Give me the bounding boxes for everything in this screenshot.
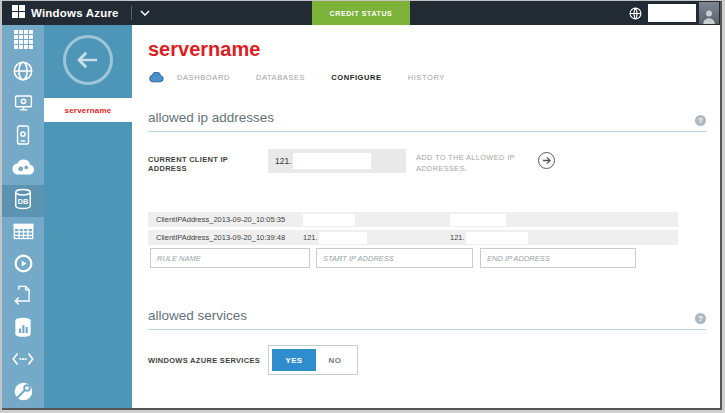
start-ip-value: 121.: [303, 233, 318, 242]
portal-body: DB: [2, 25, 720, 408]
table-row[interactable]: ClientIPAddress_2013-09-20_10:39:48 121.…: [148, 230, 678, 245]
start-ip-input[interactable]: [316, 248, 473, 268]
current-ip-value-box: 121.: [268, 149, 406, 173]
play-circle-icon: [13, 253, 34, 278]
redaction-box: [648, 4, 696, 22]
database-icon: DB: [13, 188, 33, 214]
cloud-gears-icon: [11, 159, 35, 179]
help-icon[interactable]: ?: [695, 115, 706, 126]
help-icon[interactable]: ?: [695, 313, 706, 324]
end-ip-input[interactable]: [480, 248, 636, 268]
add-ip-button[interactable]: [538, 152, 555, 169]
tab-configure[interactable]: CONFIGURE: [331, 73, 381, 82]
sidebar-item-networks[interactable]: [2, 377, 44, 409]
monitor-icon: [13, 93, 34, 117]
start-ip-cell: 121.: [303, 232, 450, 244]
current-ip-row: CURRENT CLIENT IP ADDRESS 121. ADD TO TH…: [148, 149, 706, 174]
redaction-box: [319, 232, 367, 244]
resource-nav-panel: servername: [44, 25, 132, 408]
nav-item-label: servername: [65, 106, 112, 115]
end-ip-cell: 121.: [450, 232, 678, 244]
rule-name-input[interactable]: [150, 248, 310, 268]
page-title: servername: [148, 38, 706, 61]
sidebar-item-media-services[interactable]: [2, 249, 44, 281]
code-brackets-icon: [12, 352, 34, 370]
service-icon-sidebar: DB: [2, 25, 44, 408]
language-globe-icon[interactable]: [629, 7, 642, 20]
sidebar-item-sql-databases[interactable]: DB: [2, 185, 44, 217]
toggle-no-button[interactable]: NO: [316, 349, 354, 371]
sidebar-item-all-items[interactable]: [2, 25, 44, 57]
current-ip-label: CURRENT CLIENT IP ADDRESS: [148, 149, 268, 173]
add-to-allowed-hint: ADD TO THE ALLOWED IP ADDRESSES.: [416, 149, 524, 174]
arrow-left-icon: [76, 51, 100, 69]
section-allowed-services-header: allowed services ?: [148, 308, 706, 330]
redaction-box: [450, 214, 506, 226]
end-ip-value: 121.: [450, 233, 465, 242]
sidebar-item-source-control[interactable]: [2, 345, 44, 377]
tab-bar: DASHBOARD DATABASES CONFIGURE HISTORY: [148, 72, 706, 83]
redaction-box: [293, 153, 371, 169]
sidebar-item-import-export[interactable]: [2, 281, 44, 313]
section-allowed-ip-header: allowed ip addresses ?: [148, 110, 706, 132]
windows-flag-icon: [12, 4, 25, 22]
rule-name-cell: ClientIPAddress_2013-09-20_10:05:35: [148, 215, 303, 224]
cylinder-chart-icon: [14, 317, 32, 342]
start-ip-cell: [303, 214, 450, 226]
brand-title: Windows Azure: [31, 7, 119, 19]
toggle-yes-button[interactable]: YES: [272, 349, 316, 371]
cloud-icon: [148, 72, 164, 83]
all-items-grid-icon: [14, 30, 33, 53]
sidebar-item-mobile-services[interactable]: [2, 121, 44, 153]
top-bar: Windows Azure CREDIT STATUS: [2, 1, 720, 25]
globe-wrench-icon: [13, 381, 34, 406]
chevron-down-icon[interactable]: [140, 10, 150, 16]
sidebar-item-hdinsight[interactable]: [2, 313, 44, 345]
arrow-right-icon: [542, 156, 551, 165]
tab-history[interactable]: HISTORY: [408, 73, 445, 82]
ip-rules-table: ClientIPAddress_2013-09-20_10:05:35 Clie…: [148, 212, 678, 268]
svg-text:DB: DB: [18, 197, 29, 206]
current-ip-value: 121.: [275, 156, 292, 166]
table-icon: [13, 223, 34, 244]
back-button[interactable]: [63, 35, 113, 85]
yes-no-toggle: YES NO: [268, 345, 358, 375]
credit-status-button[interactable]: CREDIT STATUS: [312, 1, 410, 25]
nav-item-servername[interactable]: servername: [44, 98, 132, 122]
new-rule-row: [148, 248, 678, 268]
divider: [131, 6, 132, 20]
section-heading: allowed services: [148, 308, 706, 323]
sidebar-item-web-sites[interactable]: [2, 57, 44, 89]
table-row[interactable]: ClientIPAddress_2013-09-20_10:05:35: [148, 212, 678, 227]
phone-icon: [16, 125, 30, 149]
windows-azure-logo: Windows Azure: [12, 4, 119, 22]
sidebar-item-storage[interactable]: [2, 217, 44, 249]
end-ip-cell: [450, 214, 678, 226]
section-heading: allowed ip addresses: [148, 110, 706, 125]
window-frame: Windows Azure CREDIT STATUS: [0, 0, 725, 413]
tab-dashboard[interactable]: DASHBOARD: [177, 73, 230, 82]
services-toggle-label: WINDOWS AZURE SERVICES: [148, 356, 268, 365]
topbar-account-area[interactable]: [629, 1, 720, 25]
sidebar-item-virtual-machines[interactable]: [2, 89, 44, 121]
document-arrow-icon: [14, 285, 33, 309]
tab-databases[interactable]: DATABASES: [256, 73, 305, 82]
azure-portal-window: Windows Azure CREDIT STATUS: [2, 1, 722, 410]
main-content: servername DASHBOARD DATABASES CONFIGURE…: [132, 25, 720, 408]
redaction-box: [303, 214, 355, 226]
windows-azure-services-row: WINDOWS AZURE SERVICES YES NO: [148, 345, 706, 375]
globe-icon: [12, 60, 34, 86]
rule-name-cell: ClientIPAddress_2013-09-20_10:39:48: [148, 233, 303, 242]
sidebar-item-cloud-services[interactable]: [2, 153, 44, 185]
redaction-box: [466, 232, 528, 244]
avatar[interactable]: [699, 2, 719, 24]
